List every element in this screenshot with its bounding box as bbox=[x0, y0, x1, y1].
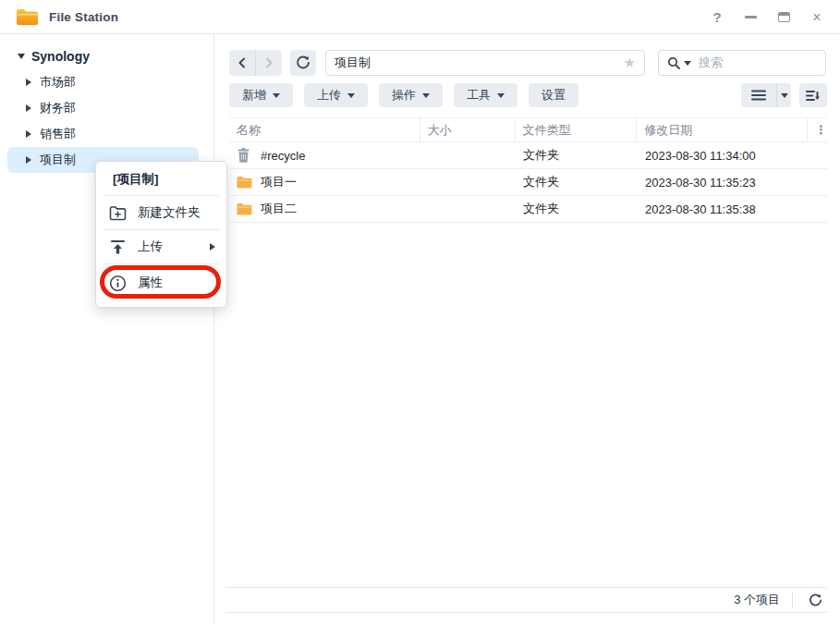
column-header-modified[interactable]: 修改日期 bbox=[637, 117, 808, 142]
chevron-right-icon bbox=[26, 104, 31, 112]
menu-item-label: 新建文件夹 bbox=[138, 204, 201, 221]
sidebar-item-label: 项目制 bbox=[40, 152, 76, 168]
file-name: #recycle bbox=[261, 149, 305, 163]
file-table: 名称 大小 文件类型 修改日期 ⋮ #recycle 文件夹 2023-08-3… bbox=[229, 117, 827, 223]
chevron-down-icon bbox=[347, 93, 355, 98]
minimize-icon[interactable] bbox=[744, 10, 757, 25]
maximize-icon[interactable] bbox=[777, 10, 790, 25]
menu-item-label: 属性 bbox=[138, 275, 163, 291]
main-panel: 项目制 ★ 搜索 新增 上传 操作 工具 设置 bbox=[215, 34, 840, 624]
sidebar-root-label: Synology bbox=[31, 49, 90, 64]
sidebar-item-sales[interactable]: 销售部 bbox=[7, 121, 199, 147]
menu-item-new-folder[interactable]: 新建文件夹 bbox=[96, 196, 226, 229]
refresh-button[interactable] bbox=[290, 50, 316, 76]
action-button[interactable]: 操作 bbox=[379, 83, 443, 107]
search-placeholder: 搜索 bbox=[699, 55, 723, 71]
file-modified: 2023-08-30 11:35:23 bbox=[638, 176, 809, 190]
bookmark-star-icon[interactable]: ★ bbox=[624, 55, 636, 71]
column-header-name[interactable]: 名称 bbox=[229, 117, 420, 142]
menu-item-upload[interactable]: 上传 bbox=[96, 230, 226, 263]
path-input[interactable]: 项目制 ★ bbox=[325, 50, 645, 76]
context-menu: [项目制] 新建文件夹 上传 属性 bbox=[95, 161, 227, 308]
button-label: 新增 bbox=[242, 87, 266, 104]
refresh-list-button[interactable] bbox=[805, 590, 825, 610]
create-button[interactable]: 新增 bbox=[229, 83, 293, 107]
navigation-bar: 项目制 ★ 搜索 bbox=[229, 50, 826, 76]
file-name: 项目一 bbox=[261, 174, 297, 190]
list-view-icon[interactable] bbox=[741, 83, 776, 107]
file-name: 项目二 bbox=[261, 201, 297, 217]
info-icon bbox=[109, 275, 127, 292]
file-modified: 2023-08-30 11:34:00 bbox=[638, 149, 809, 163]
help-icon[interactable]: ? bbox=[711, 10, 724, 25]
context-menu-title: [项目制] bbox=[96, 164, 226, 195]
menu-item-properties[interactable]: 属性 bbox=[96, 264, 226, 301]
item-count: 3 个项目 bbox=[734, 592, 780, 608]
file-type: 文件夹 bbox=[516, 174, 638, 190]
path-value: 项目制 bbox=[335, 55, 624, 71]
folder-icon bbox=[237, 175, 252, 190]
chevron-down-icon bbox=[18, 54, 25, 59]
search-icon bbox=[667, 56, 681, 70]
sidebar-item-marketing[interactable]: 市场部 bbox=[7, 69, 199, 95]
app-folder-icon bbox=[16, 7, 39, 27]
forward-button[interactable] bbox=[256, 50, 282, 76]
button-label: 上传 bbox=[317, 87, 341, 104]
button-label: 工具 bbox=[467, 87, 491, 104]
sidebar: Synology 市场部 财务部 销售部 项目制 bbox=[0, 34, 214, 624]
trash-icon bbox=[237, 148, 252, 163]
sidebar-item-label: 销售部 bbox=[40, 126, 76, 142]
file-modified: 2023-08-30 11:35:38 bbox=[638, 202, 809, 216]
chevron-down-icon bbox=[497, 93, 505, 98]
chevron-right-icon bbox=[26, 79, 31, 86]
chevron-down-icon bbox=[422, 93, 430, 98]
settings-button[interactable]: 设置 bbox=[529, 83, 578, 107]
column-header-type[interactable]: 文件类型 bbox=[516, 117, 638, 142]
search-input[interactable]: 搜索 bbox=[658, 50, 826, 76]
sidebar-item-synology[interactable]: Synology bbox=[0, 43, 213, 69]
table-row[interactable]: #recycle 文件夹 2023-08-30 11:34:00 bbox=[229, 142, 827, 169]
submenu-arrow-icon bbox=[210, 243, 215, 251]
column-header-size[interactable]: 大小 bbox=[420, 117, 516, 142]
folder-icon bbox=[237, 202, 252, 216]
back-button[interactable] bbox=[229, 50, 255, 76]
view-controls bbox=[741, 83, 827, 107]
file-station-window: File Station ? × Synology 市场部 财务部 销售部 项目… bbox=[0, 0, 840, 624]
file-type: 文件夹 bbox=[516, 201, 638, 217]
status-bar: 3 个项目 bbox=[225, 587, 827, 613]
new-folder-icon bbox=[109, 204, 127, 222]
column-options-icon[interactable]: ⋮ bbox=[808, 117, 827, 142]
file-type: 文件夹 bbox=[516, 147, 638, 164]
tools-button[interactable]: 工具 bbox=[454, 83, 517, 107]
table-header: 名称 大小 文件类型 修改日期 ⋮ bbox=[229, 117, 827, 142]
button-label: 操作 bbox=[392, 87, 416, 104]
table-row[interactable]: 项目一 文件夹 2023-08-30 11:35:23 bbox=[229, 169, 827, 196]
upload-button[interactable]: 上传 bbox=[304, 83, 368, 107]
chevron-right-icon bbox=[26, 130, 31, 138]
sidebar-item-label: 市场部 bbox=[40, 74, 76, 91]
sort-button[interactable] bbox=[799, 83, 827, 107]
view-mode-button bbox=[741, 83, 791, 107]
history-button-group bbox=[229, 50, 282, 76]
chevron-down-icon bbox=[273, 93, 280, 98]
app-title: File Station bbox=[49, 10, 118, 24]
view-mode-caret-icon[interactable] bbox=[777, 83, 791, 107]
window-controls: ? × bbox=[711, 0, 823, 34]
button-label: 设置 bbox=[542, 87, 566, 104]
divider bbox=[792, 593, 793, 607]
upload-icon bbox=[109, 239, 127, 256]
close-icon[interactable]: × bbox=[810, 10, 823, 25]
sidebar-item-finance[interactable]: 财务部 bbox=[7, 95, 199, 121]
sidebar-item-label: 财务部 bbox=[40, 100, 76, 116]
toolbar: 新增 上传 操作 工具 设置 bbox=[229, 83, 827, 107]
table-row[interactable]: 项目二 文件夹 2023-08-30 11:35:38 bbox=[229, 196, 827, 223]
menu-item-label: 上传 bbox=[138, 239, 163, 255]
search-options-caret-icon[interactable] bbox=[684, 61, 691, 66]
chevron-right-icon bbox=[26, 156, 31, 164]
title-bar: File Station ? × bbox=[0, 0, 840, 34]
